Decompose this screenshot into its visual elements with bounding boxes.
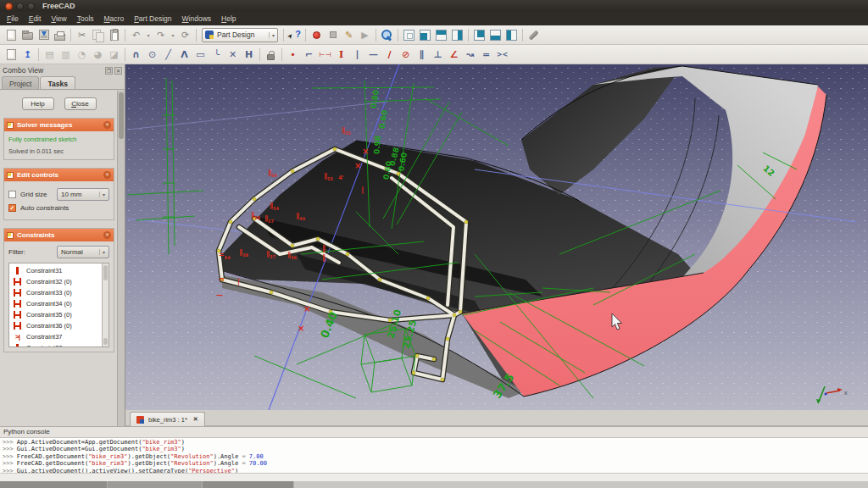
constrain-tangent-button[interactable]: ↝ bbox=[463, 47, 477, 62]
view-right-button[interactable] bbox=[450, 28, 465, 42]
create-fillet-button[interactable]: ╰ bbox=[209, 47, 224, 62]
menu-tools[interactable]: Tools bbox=[72, 12, 99, 25]
constrain-angle-button[interactable]: ∠ bbox=[447, 47, 461, 62]
dimension-label[interactable]: 0.98 bbox=[372, 135, 382, 154]
constrain-parallel-button[interactable]: ∥ bbox=[415, 47, 429, 62]
constrain-horizontal-button[interactable]: — bbox=[366, 47, 381, 62]
constraint-marker[interactable]: ∥58 bbox=[251, 212, 260, 220]
view-top-button[interactable] bbox=[434, 28, 448, 42]
constraint-marker[interactable]: | bbox=[237, 279, 240, 286]
panel-scrollbar[interactable] bbox=[117, 91, 125, 426]
constraint-list-item[interactable]: Constraint34 (0) bbox=[9, 298, 108, 309]
open-document-button[interactable] bbox=[20, 28, 35, 42]
mirrored-button[interactable]: ◪ bbox=[107, 47, 121, 62]
constraint-marker[interactable]: = bbox=[219, 276, 225, 283]
constraint-list-item[interactable]: Constraint33 (0) bbox=[9, 287, 108, 298]
create-polyline-button[interactable]: Λ bbox=[177, 47, 192, 62]
view-bottom-button[interactable] bbox=[488, 28, 503, 42]
print-button[interactable] bbox=[53, 28, 67, 42]
3d-viewport[interactable]: x 0.4025.1025.2537.50.800.600.980.600.88… bbox=[125, 64, 868, 410]
constrain-equal-button[interactable]: = bbox=[479, 47, 493, 62]
constraint-marker[interactable]: ‖ bbox=[322, 255, 326, 262]
constraint-marker[interactable]: ∥54 bbox=[268, 169, 277, 178]
whats-this-button[interactable] bbox=[287, 28, 302, 42]
constraint-marker[interactable]: ∥36 bbox=[287, 252, 297, 260]
view-front-button[interactable] bbox=[418, 28, 432, 42]
document-tab[interactable]: bike_rim3 : 1* ✕ bbox=[130, 412, 205, 426]
grid-size-dropdown[interactable]: 10 mm ▾ bbox=[57, 188, 109, 201]
constrain-perpendicular-button[interactable]: ⊥ bbox=[431, 47, 445, 62]
workbench-selector-button[interactable]: Part Design▾ bbox=[202, 28, 278, 42]
constraint-list-item[interactable]: Constraint31 bbox=[9, 265, 108, 276]
menu-edit[interactable]: Edit bbox=[24, 12, 47, 25]
constraint-marker[interactable]: × bbox=[303, 305, 310, 313]
python-console-header[interactable]: Python console bbox=[0, 426, 868, 437]
undo-dropdown-button[interactable]: ▾ bbox=[145, 28, 152, 42]
scrollbar-thumb[interactable] bbox=[103, 338, 108, 345]
constraint-list-item[interactable]: >|Constraint37 bbox=[9, 331, 108, 342]
constrain-symmetric-button[interactable]: >< bbox=[495, 47, 509, 62]
grid-size-checkbox[interactable] bbox=[8, 191, 16, 198]
view-left-button[interactable] bbox=[504, 28, 519, 42]
constrain-point-on-object-button[interactable]: ⌐ bbox=[302, 47, 316, 62]
create-rectangle-button[interactable]: ▭ bbox=[193, 47, 208, 62]
create-circle-button[interactable]: ⊙ bbox=[145, 47, 159, 62]
macro-stop-button[interactable] bbox=[326, 28, 340, 42]
fit-all-button[interactable] bbox=[380, 28, 394, 42]
panel-close-icon[interactable]: ✕ bbox=[114, 67, 122, 75]
menu-file[interactable]: File bbox=[2, 12, 24, 25]
constrain-vertical-button[interactable]: ∣ bbox=[350, 47, 364, 62]
refresh-button[interactable]: ⟳ bbox=[178, 28, 192, 42]
section-collapse-icon[interactable]: ✕ bbox=[103, 121, 111, 129]
constraint-marker[interactable]: × bbox=[354, 162, 361, 170]
constraint-marker[interactable]: ‖ bbox=[322, 246, 326, 252]
cut-button[interactable]: ✂ bbox=[75, 28, 89, 42]
help-button[interactable]: Help bbox=[22, 97, 54, 110]
constrain-vertical-distance-button[interactable]: I bbox=[334, 47, 348, 62]
constraint-marker[interactable]: ∥55 bbox=[324, 173, 333, 181]
pad-button[interactable]: ▤ bbox=[42, 47, 57, 62]
view-axonometric-button[interactable] bbox=[402, 28, 416, 42]
constrain-horizontal-distance-button[interactable]: ⊢⊣ bbox=[318, 47, 332, 62]
pocket-button[interactable]: ▥ bbox=[58, 47, 73, 62]
revolution-button[interactable]: ◔ bbox=[75, 47, 89, 62]
constraint-marker[interactable]: 4' bbox=[338, 175, 344, 181]
external-geometry-button[interactable]: H bbox=[242, 47, 256, 62]
window-minimize-button[interactable] bbox=[16, 3, 24, 10]
menu-help[interactable]: Help bbox=[216, 12, 241, 25]
tab-project[interactable]: Project bbox=[2, 76, 39, 89]
python-console[interactable]: >>> App.ActiveDocument=App.getDocument("… bbox=[0, 437, 868, 473]
scrollbar-thumb[interactable] bbox=[119, 92, 124, 139]
toggle-construction-button[interactable] bbox=[264, 47, 278, 62]
menu-macro[interactable]: Macro bbox=[99, 12, 130, 25]
macro-play-button[interactable]: ▶ bbox=[358, 28, 372, 42]
section-collapse-icon[interactable]: ✕ bbox=[103, 231, 111, 239]
tab-tasks[interactable]: Tasks bbox=[40, 76, 75, 89]
constraint-marker[interactable]: ∥38 bbox=[239, 249, 248, 258]
copy-button[interactable] bbox=[91, 28, 105, 42]
constrain-distance-button[interactable]: ∕ bbox=[382, 47, 397, 62]
create-arc-button[interactable]: ∩ bbox=[129, 47, 143, 62]
window-maximize-button[interactable] bbox=[27, 3, 35, 10]
redo-button[interactable]: ↷ bbox=[153, 28, 168, 42]
constraint-marker[interactable]: ∥57 bbox=[264, 215, 274, 224]
paste-button[interactable] bbox=[107, 28, 121, 42]
redo-dropdown-button[interactable]: ▾ bbox=[170, 28, 176, 42]
scrollbar-thumb[interactable] bbox=[103, 265, 108, 280]
menu-part-design[interactable]: Part Design bbox=[129, 12, 176, 25]
macro-edit-button[interactable]: ✎ bbox=[342, 28, 356, 42]
measure-button[interactable] bbox=[526, 28, 541, 42]
constraint-marker[interactable]: × bbox=[362, 147, 369, 156]
section-collapse-icon[interactable]: ✕ bbox=[103, 171, 111, 179]
create-line-button[interactable]: ╱ bbox=[161, 47, 175, 62]
constrain-radius-button[interactable]: ⊘ bbox=[398, 47, 413, 62]
edit-controls-header[interactable]: Edit controls ✕ bbox=[4, 169, 114, 181]
constraint-list-scrollbar[interactable] bbox=[102, 263, 108, 347]
constraint-marker[interactable]: × bbox=[298, 324, 304, 333]
window-close-button[interactable] bbox=[5, 3, 13, 10]
menu-view[interactable]: View bbox=[46, 12, 71, 25]
constraint-marker[interactable]: | bbox=[361, 186, 364, 194]
constrain-coincident-button[interactable]: • bbox=[286, 47, 300, 62]
groove-button[interactable]: ◕ bbox=[91, 47, 105, 62]
constraint-filter-dropdown[interactable]: Normal ▾ bbox=[57, 246, 109, 258]
